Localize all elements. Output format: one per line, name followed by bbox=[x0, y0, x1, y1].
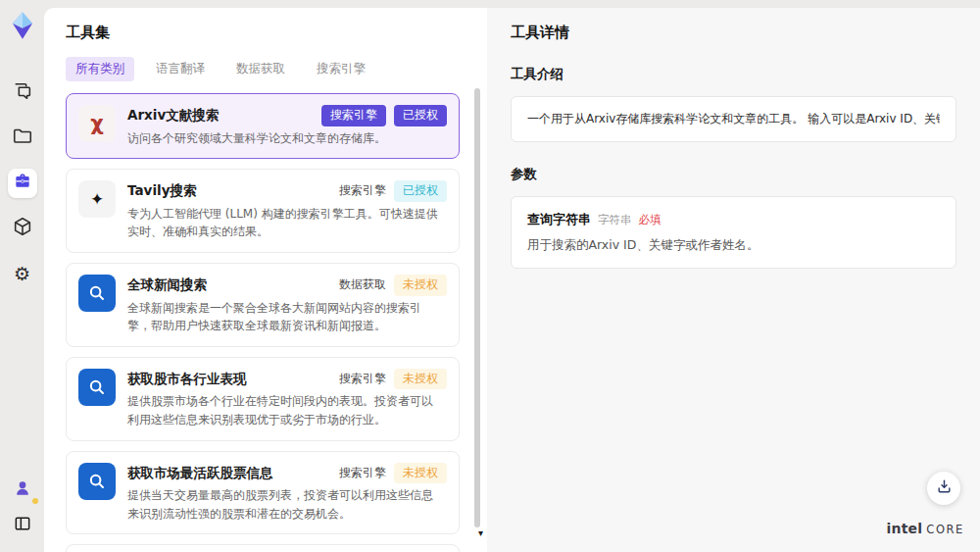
tool-card-tavily[interactable]: ✦ Tavily搜索 搜索引擎 已授权 专为人工智能代理 (LLM) 构建的搜索… bbox=[66, 169, 460, 253]
app-logo-gem-icon bbox=[7, 10, 38, 41]
status-dot bbox=[32, 498, 38, 504]
sidebar-nav: ⚙ bbox=[8, 78, 37, 288]
gear-icon: ⚙ bbox=[14, 265, 30, 283]
intro-heading: 工具介绍 bbox=[511, 66, 956, 83]
scroll-down-arrow-icon[interactable]: ▾ bbox=[478, 528, 483, 538]
tool-name: Arxiv文献搜索 bbox=[127, 105, 219, 125]
page-title: 工具集 bbox=[66, 24, 487, 42]
news-search-icon bbox=[78, 463, 116, 500]
auth-status-badge: 已授权 bbox=[394, 105, 447, 126]
param-box: 查询字符串 字符串 必填 用于搜索的Arxiv ID、关键字或作者姓名。 bbox=[511, 196, 956, 269]
category-label: 搜索引擎 bbox=[339, 369, 386, 390]
main-content: 工具集 所有类别 语言翻译 数据获取 搜索引擎 χ Arxiv文献搜索 bbox=[44, 0, 980, 552]
download-button[interactable] bbox=[927, 472, 960, 505]
auth-status-badge: 已授权 bbox=[394, 180, 447, 202]
news-search-icon bbox=[78, 275, 116, 312]
category-label: 数据获取 bbox=[339, 275, 386, 296]
tool-card-global-news[interactable]: 全球新闻搜索 数据获取 未授权 全球新闻搜索是一个聚合全球各大新闻网站内容的搜索… bbox=[66, 263, 460, 347]
arxiv-glyph: χ bbox=[90, 112, 104, 135]
tool-card-sector-performance[interactable]: 获取股市各行业表现 搜索引擎 未授权 提供股票市场各个行业在特定时间段内的表现。… bbox=[66, 357, 460, 441]
params-heading: 参数 bbox=[511, 166, 956, 183]
auth-status-badge: 未授权 bbox=[394, 369, 447, 390]
tool-card-list: χ Arxiv文献搜索 搜索引擎 已授权 访问各个研究领域大量科学论文和文章的存… bbox=[66, 93, 487, 552]
list-scrollbar-thumb[interactable] bbox=[474, 88, 480, 527]
sidebar-item-tools[interactable] bbox=[8, 169, 37, 198]
category-label: 搜索引擎 bbox=[339, 463, 386, 484]
tool-name: 获取市场最活跃股票信息 bbox=[127, 463, 273, 482]
tab-data-fetch[interactable]: 数据获取 bbox=[226, 57, 295, 81]
tavily-glyph: ✦ bbox=[90, 189, 104, 209]
user-avatar[interactable] bbox=[8, 476, 37, 505]
category-label: 搜索引擎 bbox=[339, 180, 386, 202]
tool-name: 获取股市各行业表现 bbox=[127, 369, 247, 388]
auth-status-badge: 未授权 bbox=[394, 275, 447, 296]
brand-intel-text: intel bbox=[886, 521, 922, 536]
detail-title: 工具详情 bbox=[511, 24, 956, 42]
sidebar-rail: ⚙ bbox=[0, 0, 44, 552]
cube-icon bbox=[12, 216, 33, 241]
download-icon bbox=[936, 478, 953, 499]
param-name: 查询字符串 bbox=[527, 211, 591, 228]
arxiv-logo-icon: χ bbox=[78, 105, 116, 142]
user-icon bbox=[13, 478, 32, 502]
tool-card-most-active-stocks[interactable]: 获取市场最活跃股票信息 搜索引擎 未授权 提供当天交易量最高的股票列表，投资者可… bbox=[66, 451, 460, 535]
tool-detail-panel: 工具详情 工具介绍 一个用于从Arxiv存储库搜索科学论文和文章的工具。 输入可… bbox=[487, 8, 980, 552]
tool-description: 专为人工智能代理 (LLM) 构建的搜索引擎工具。可快速提供实时、准确和真实的结… bbox=[127, 205, 439, 241]
auth-status-badge: 未授权 bbox=[394, 463, 447, 484]
tool-description: 提供股票市场各个行业在特定时间段内的表现。投资者可以利用这些信息来识别表现优于或… bbox=[127, 392, 439, 428]
tool-description: 提供当天交易量最高的股票列表，投资者可以利用这些信息来识别流动性强的股票和潜在的… bbox=[127, 486, 439, 523]
param-type: 字符串 bbox=[598, 213, 632, 227]
tab-all-categories[interactable]: 所有类别 bbox=[66, 57, 134, 81]
tool-list-panel: 工具集 所有类别 语言翻译 数据获取 搜索引擎 χ Arxiv文献搜索 bbox=[44, 8, 487, 552]
intro-text: 一个用于从Arxiv存储库搜索科学论文和文章的工具。 输入可以是Arxiv ID… bbox=[527, 111, 940, 127]
panel-toggle-button[interactable] bbox=[8, 511, 37, 540]
category-badge: 搜索引擎 bbox=[321, 105, 386, 126]
sidebar-item-settings[interactable]: ⚙ bbox=[8, 259, 37, 288]
tool-description: 访问各个研究领域大量科学论文和文章的存储库。 bbox=[127, 129, 439, 148]
tool-name: 全球新闻搜索 bbox=[127, 275, 207, 294]
chat-icon bbox=[12, 80, 33, 106]
tab-language-translation[interactable]: 语言翻译 bbox=[146, 57, 215, 81]
intro-box: 一个用于从Arxiv存储库搜索科学论文和文章的工具。 输入可以是Arxiv ID… bbox=[511, 96, 956, 142]
toolbox-icon bbox=[13, 172, 32, 195]
sidebar-item-chat[interactable] bbox=[8, 78, 37, 108]
tavily-star-icon: ✦ bbox=[78, 180, 116, 218]
intel-core-logo: intel core bbox=[886, 521, 964, 536]
panel-toggle-icon bbox=[13, 514, 32, 537]
sidebar-bottom bbox=[8, 476, 37, 540]
folder-icon bbox=[12, 125, 33, 151]
tool-card-regional-news[interactable]: 万维地区新闻查询 搜索引擎 未授权 查询具体行政区划内的新闻，快速了解各地新闻动 bbox=[66, 544, 460, 552]
sidebar-item-models[interactable] bbox=[8, 214, 37, 243]
tool-name: Tavily搜索 bbox=[127, 180, 196, 200]
news-search-icon bbox=[78, 369, 116, 406]
tab-search-engine[interactable]: 搜索引擎 bbox=[307, 57, 375, 81]
tool-description: 全球新闻搜索是一个聚合全球各大新闻网站内容的搜索引擎，帮助用户快速获取全球最新资… bbox=[127, 299, 439, 335]
app-window: ⚙ bbox=[0, 0, 980, 552]
category-tabs: 所有类别 语言翻译 数据获取 搜索引擎 bbox=[66, 57, 487, 81]
sidebar-item-files[interactable] bbox=[8, 124, 37, 153]
param-required-flag: 必填 bbox=[639, 213, 662, 227]
param-description: 用于搜索的Arxiv ID、关键字或作者姓名。 bbox=[527, 237, 940, 254]
brand-core-text: core bbox=[926, 523, 964, 536]
tool-card-arxiv[interactable]: χ Arxiv文献搜索 搜索引擎 已授权 访问各个研究领域大量科学论文和文章的存… bbox=[66, 93, 460, 159]
